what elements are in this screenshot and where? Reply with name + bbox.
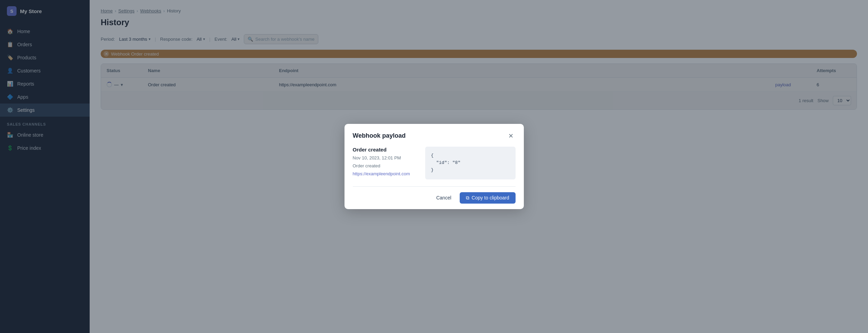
copy-to-clipboard-button[interactable]: ⧉ Copy to clipboard [460,192,516,204]
copy-icon: ⧉ [466,195,469,201]
modal-body: Order created Nov 10, 2023, 12:01 PM Ord… [345,140,524,186]
modal-info-url: https://exampleendpoint.com [353,171,419,176]
modal-info: Order created Nov 10, 2023, 12:01 PM Ord… [353,147,419,179]
modal-overlay[interactable]: Webhook payload ✕ Order created Nov 10, … [90,0,868,333]
modal-close-button[interactable]: ✕ [506,132,516,140]
cancel-button[interactable]: Cancel [431,192,456,203]
modal-info-event: Order created [353,163,419,168]
modal-info-date: Nov 10, 2023, 12:01 PM [353,155,419,160]
modal-code-block: { "id": "8" } [425,147,515,179]
modal-title: Webhook payload [353,132,406,139]
copy-label: Copy to clipboard [472,195,509,200]
modal-info-name: Order created [353,147,419,153]
main-content: Home › Settings › Webhooks › History His… [90,0,868,333]
modal-header: Webhook payload ✕ [345,124,524,140]
modal: Webhook payload ✕ Order created Nov 10, … [345,124,524,209]
modal-footer: Cancel ⧉ Copy to clipboard [345,187,524,209]
